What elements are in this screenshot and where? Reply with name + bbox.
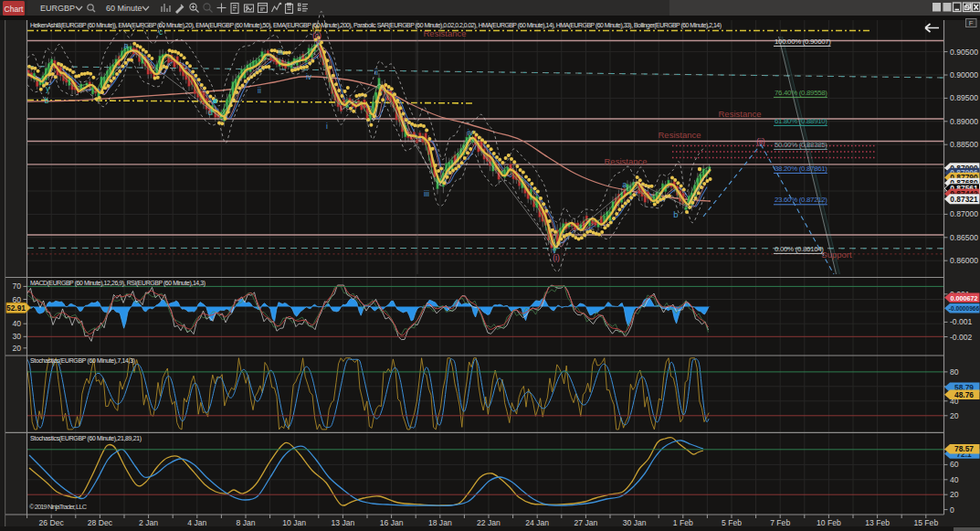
svg-text:0.88500: 0.88500 <box>950 140 978 149</box>
svg-text:13 Feb: 13 Feb <box>865 518 890 527</box>
svg-text:Stochastics(EURGBP (60 Minute): Stochastics(EURGBP (60 Minute),21,89,21) <box>30 435 142 442</box>
svg-text:10 Jan: 10 Jan <box>282 518 306 527</box>
svg-text:ii: ii <box>258 86 261 95</box>
svg-text:0.86500: 0.86500 <box>950 233 978 242</box>
svg-text:40: 40 <box>12 319 21 328</box>
svg-text:d: d <box>208 108 213 117</box>
svg-text:0.00% (0.86164): 0.00% (0.86164) <box>775 245 824 253</box>
svg-text:0.89000: 0.89000 <box>950 117 978 126</box>
svg-text:ii: ii <box>374 68 378 77</box>
svg-text:0.000672: 0.000672 <box>951 294 978 303</box>
svg-text:38.20% (0.87861): 38.20% (0.87861) <box>775 165 827 173</box>
svg-text:5 Feb: 5 Feb <box>722 518 742 527</box>
svg-text:80: 80 <box>950 367 959 377</box>
svg-text:20: 20 <box>950 411 959 420</box>
svg-text:78.57: 78.57 <box>954 444 974 453</box>
svg-text:Resistance: Resistance <box>424 28 467 38</box>
svg-text:-0.001: -0.001 <box>950 317 973 326</box>
svg-text:60: 60 <box>950 460 959 469</box>
svg-text:50.00% (0.88385): 50.00% (0.88385) <box>775 141 827 149</box>
svg-text:23.60% (0.87212): 23.60% (0.87212) <box>775 196 827 204</box>
svg-text:b: b <box>673 209 678 219</box>
svg-text:100.00% (0.90607): 100.00% (0.90607) <box>775 37 831 46</box>
svg-text:20: 20 <box>950 490 959 499</box>
svg-text:Resistance: Resistance <box>719 109 762 119</box>
svg-text:15 Feb: 15 Feb <box>913 518 938 527</box>
svg-text:Chart: Chart <box>5 5 24 14</box>
svg-text:Support: Support <box>821 250 852 260</box>
svg-text:Stochastics(EURGBP (60 Minute): Stochastics(EURGBP (60 Minute),7,14,3) <box>30 357 135 365</box>
svg-text:(i): (i) <box>553 253 560 262</box>
svg-text:0.87000: 0.87000 <box>950 209 978 218</box>
svg-text:iii: iii <box>278 48 283 57</box>
svg-text:18 Jan: 18 Jan <box>428 518 452 527</box>
svg-text:iv: iv <box>468 128 474 137</box>
svg-text:30 Jan: 30 Jan <box>623 518 647 527</box>
svg-text:7 Feb: 7 Feb <box>770 518 790 527</box>
svg-text:40: 40 <box>950 475 959 484</box>
svg-text:26 Dec: 26 Dec <box>39 518 65 527</box>
svg-text:Resistance: Resistance <box>605 156 648 166</box>
svg-text:b: b <box>45 96 49 105</box>
svg-text:8 Jan: 8 Jan <box>236 518 255 527</box>
svg-text:-0.002: -0.002 <box>950 333 973 342</box>
svg-text:48.76: 48.76 <box>954 390 974 399</box>
svg-text:0.87321: 0.87321 <box>950 195 978 204</box>
svg-text:0: 0 <box>950 505 954 515</box>
svg-text:a: a <box>622 179 627 189</box>
svg-text:22 Jan: 22 Jan <box>477 518 501 527</box>
svg-text:1 Feb: 1 Feb <box>673 518 693 527</box>
svg-text:iii: iii <box>424 189 429 198</box>
svg-text:EURGBP: EURGBP <box>40 4 75 13</box>
svg-text:52.91: 52.91 <box>6 303 26 313</box>
svg-text:60 Minute: 60 Minute <box>106 4 142 13</box>
svg-text:iv: iv <box>306 72 312 81</box>
svg-text:F: F <box>969 19 974 27</box>
svg-text:28 Dec: 28 Dec <box>88 518 113 527</box>
svg-text:61.80% (0.88910): 61.80% (0.88910) <box>775 117 827 125</box>
svg-text:2 Jan: 2 Jan <box>139 518 158 527</box>
svg-text:13 Jan: 13 Jan <box>331 518 354 527</box>
svg-text:0.89500: 0.89500 <box>950 93 978 102</box>
svg-text:HeikenAshi8(EURGBP (60 Minute): HeikenAshi8(EURGBP (60 Minute)), EMA(EUR… <box>30 22 722 29</box>
svg-text:27 Jan: 27 Jan <box>574 518 597 527</box>
svg-text:a: a <box>123 41 128 50</box>
svg-text:0.90500: 0.90500 <box>950 48 978 57</box>
svg-text:© 2019 NinjaTrader, LLC: © 2019 NinjaTrader, LLC <box>29 503 88 511</box>
svg-text:-0.0000966: -0.0000966 <box>949 305 980 312</box>
svg-text:0.90000: 0.90000 <box>950 70 978 80</box>
svg-text:0.86000: 0.86000 <box>950 256 978 265</box>
svg-text:24 Jan: 24 Jan <box>525 518 549 527</box>
svg-text:30: 30 <box>12 332 21 341</box>
svg-text:20: 20 <box>12 344 21 353</box>
svg-text:MACD(EURGBP (60 Minute),12,26,: MACD(EURGBP (60 Minute),12,26,9), RSI(EU… <box>30 280 205 287</box>
svg-text:4 Jan: 4 Jan <box>187 518 206 527</box>
svg-text:76.40% (0.89558): 76.40% (0.89558) <box>775 89 827 97</box>
svg-text:(ii): (ii) <box>756 137 765 146</box>
svg-text:60: 60 <box>12 295 21 304</box>
svg-text:16 Jan: 16 Jan <box>380 518 404 527</box>
svg-text:70: 70 <box>12 281 21 291</box>
svg-text:Resistance: Resistance <box>659 130 701 140</box>
svg-text:i: i <box>326 122 328 131</box>
svg-text:10 Feb: 10 Feb <box>817 518 841 527</box>
